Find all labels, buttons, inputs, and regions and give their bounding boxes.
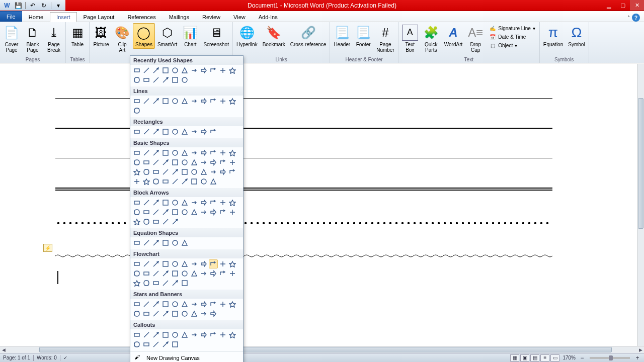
table-button[interactable]: ▦Table [67,23,88,49]
shape-item[interactable] [228,158,237,167]
screenshot-button[interactable]: 🖥Screenshot [201,23,231,49]
shape-item[interactable] [180,309,189,318]
shape-item[interactable] [171,269,180,278]
shape-item[interactable] [218,167,227,176]
shape-item[interactable] [142,259,151,268]
shape-item[interactable] [199,269,208,278]
shape-item[interactable] [171,148,180,157]
shape-item[interactable] [228,259,237,268]
shape-item[interactable] [132,217,141,226]
shape-item[interactable] [132,238,141,247]
shape-item[interactable] [161,269,170,278]
equation-button[interactable]: πEquation [541,23,566,49]
shape-item[interactable] [171,158,180,167]
shape-item[interactable] [132,340,141,349]
shape-item[interactable] [151,167,160,176]
shape-item[interactable] [180,75,189,84]
shape-item[interactable] [199,127,208,136]
shape-item[interactable] [209,300,218,309]
shape-item[interactable] [161,97,170,106]
shape-item[interactable] [151,269,160,278]
footer-button[interactable]: 📃Footer [353,23,374,49]
view-web-button[interactable]: ▤ [530,354,539,361]
shape-item[interactable] [180,300,189,309]
shape-item[interactable] [171,238,180,247]
shape-item[interactable] [151,97,160,106]
shape-item[interactable] [142,177,151,186]
shape-item[interactable] [180,167,189,176]
hyperlink-button[interactable]: 🌐Hyperlink [234,23,260,49]
header-button[interactable]: 📃Header [331,23,353,49]
shape-item[interactable] [132,177,141,186]
scroll-right-icon[interactable]: ▶ [637,347,644,353]
shape-item[interactable] [142,238,151,247]
shape-item[interactable] [199,66,208,75]
shape-item[interactable] [209,167,218,176]
tab-references[interactable]: References [121,12,162,22]
shape-item[interactable] [190,208,199,217]
minimize-button[interactable]: ▁ [602,0,616,11]
shape-item[interactable] [142,208,151,217]
shape-item[interactable] [132,158,141,167]
shape-item[interactable] [228,300,237,309]
shape-item[interactable] [142,300,151,309]
shape-item[interactable] [142,97,151,106]
shape-item[interactable] [180,269,189,278]
shape-item[interactable] [161,259,170,268]
shape-item[interactable] [228,208,237,217]
quickparts-button[interactable]: 🧩Quick Parts [421,23,442,54]
shape-item[interactable] [151,127,160,136]
shape-item[interactable] [132,106,141,115]
undo-button[interactable]: ↶ [28,1,38,10]
status-words[interactable]: Words: 0 [37,355,57,360]
status-proofing-icon[interactable]: ✓ [63,355,67,360]
shape-item[interactable] [199,208,208,217]
shape-item[interactable] [199,148,208,157]
shape-item[interactable] [190,97,199,106]
shape-item[interactable] [151,300,160,309]
shape-item[interactable] [161,75,170,84]
shape-item[interactable] [190,167,199,176]
chart-button[interactable]: 📊Chart [180,23,201,49]
zoom-out-button[interactable]: − [579,354,586,361]
vertical-scroll-thumb[interactable] [638,98,643,229]
shape-item[interactable] [209,158,218,167]
shape-item[interactable] [132,259,141,268]
shape-item[interactable] [161,309,170,318]
shape-item[interactable] [199,198,208,207]
shape-item[interactable] [228,97,237,106]
symbol-button[interactable]: ΩSymbol [566,23,587,49]
shape-item[interactable] [151,198,160,207]
shape-item[interactable] [190,177,199,186]
shape-item[interactable] [151,148,160,157]
shape-item[interactable] [142,269,151,278]
shape-item[interactable] [180,208,189,217]
shape-item[interactable] [132,269,141,278]
autocorrect-icon[interactable]: ⚡ [43,244,52,252]
signature-line-button[interactable]: ✍Signature Line ▾ [488,24,536,32]
shape-item[interactable] [161,127,170,136]
clipart-button[interactable]: 🎨Clip Art [112,23,133,54]
shape-item[interactable] [161,340,170,349]
shape-item[interactable] [228,167,237,176]
qat-customize-icon[interactable]: ▾ [53,1,63,10]
shape-item[interactable] [209,208,218,217]
shape-item[interactable] [161,279,170,288]
shape-item[interactable] [180,97,189,106]
shape-item[interactable] [142,75,151,84]
blank-page-button[interactable]: 🗋Blank Page [22,23,43,54]
shape-item[interactable] [151,238,160,247]
shape-item[interactable] [180,198,189,207]
shape-item[interactable] [190,127,199,136]
shape-item[interactable] [142,330,151,339]
shape-item[interactable] [151,309,160,318]
tab-insert[interactable]: Insert [50,12,77,22]
shape-item[interactable] [218,97,227,106]
shape-item[interactable] [190,158,199,167]
shape-item[interactable] [171,97,180,106]
shape-item[interactable] [161,300,170,309]
shape-item[interactable] [171,340,180,349]
shape-item[interactable] [218,198,227,207]
view-fullscreen-button[interactable]: ▣ [520,354,529,361]
shape-item[interactable] [151,177,160,186]
